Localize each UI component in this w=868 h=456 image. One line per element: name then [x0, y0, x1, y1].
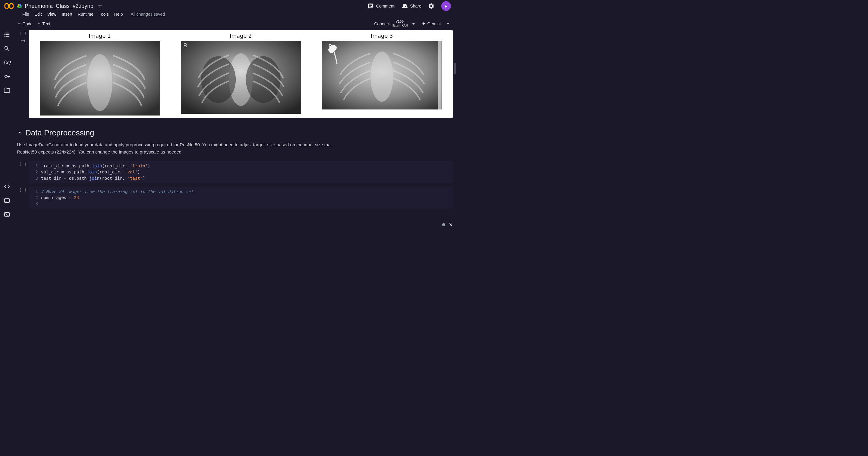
xray-image-1 — [40, 41, 160, 115]
svg-point-5 — [405, 4, 407, 6]
svg-point-6 — [5, 75, 7, 77]
connect-label: Connect — [374, 21, 390, 26]
gemini-label: Gemini — [427, 21, 441, 26]
code-cell-1[interactable]: [ ] 1train_dir = os.path.join(root_dir, … — [17, 161, 453, 183]
menu-tools[interactable]: Tools — [99, 12, 109, 17]
exec-indicator[interactable]: [ ] — [19, 188, 27, 192]
section-body: Use ImageDataGenerator to load your data… — [17, 141, 339, 155]
gemini-button[interactable]: ✦ Gemini — [422, 21, 441, 27]
menu-file[interactable]: File — [22, 12, 29, 17]
star-icon[interactable]: ☆ — [98, 3, 102, 9]
svg-point-4 — [403, 4, 405, 6]
code-editor[interactable]: 1train_dir = os.path.join(root_dir, 'tra… — [29, 161, 453, 183]
menu-insert[interactable]: Insert — [62, 12, 72, 17]
variables-icon[interactable]: {x} — [4, 59, 10, 66]
connect-button[interactable]: Connect V100 High-RAM — [374, 20, 417, 27]
drive-icon — [17, 3, 22, 9]
save-status[interactable]: All changes saved — [130, 12, 165, 17]
menu-runtime[interactable]: Runtime — [78, 12, 93, 17]
comment-button[interactable]: Comment — [365, 2, 397, 10]
xray-image-3: R — [322, 41, 442, 110]
svg-text:R: R — [184, 42, 187, 49]
close-icon[interactable]: ✕ — [449, 222, 453, 228]
section-heading-text: Data Preprocessing — [25, 128, 94, 138]
output-image-1: Image 1 — [31, 31, 169, 115]
image-caption-2: Image 2 — [230, 31, 252, 40]
text-cell[interactable]: Data Preprocessing Use ImageDataGenerato… — [17, 120, 453, 155]
terminal-icon[interactable] — [4, 211, 10, 218]
comment-icon — [368, 3, 374, 9]
notebook-area[interactable]: [ ] Image 1 — [14, 29, 456, 221]
share-label: Share — [410, 4, 421, 8]
share-icon — [402, 3, 408, 9]
svg-rect-19 — [438, 41, 441, 110]
matplotlib-output: Image 1 Image 2 — [29, 30, 453, 118]
gear-icon[interactable] — [428, 3, 435, 9]
files-icon[interactable] — [4, 87, 10, 93]
avatar[interactable]: F — [441, 1, 451, 11]
add-text-label: Text — [42, 21, 50, 26]
connect-dropdown-icon[interactable] — [412, 23, 415, 25]
collapse-toolbar-icon[interactable] — [445, 21, 451, 27]
scrollbar-thumb[interactable] — [454, 63, 456, 74]
svg-rect-7 — [4, 199, 10, 203]
search-icon[interactable] — [4, 45, 10, 52]
colab-logo — [4, 2, 14, 10]
output-image-3: Image 3 R — [313, 31, 451, 115]
share-button[interactable]: Share — [399, 2, 424, 10]
image-caption-1: Image 1 — [89, 31, 111, 40]
output-cell: [ ] Image 1 — [17, 30, 453, 118]
svg-rect-8 — [4, 212, 10, 217]
exec-indicator[interactable]: [ ] — [19, 162, 27, 167]
add-text-button[interactable]: +Text — [35, 21, 53, 27]
runtime-type: V100 High-RAM — [392, 20, 408, 27]
status-dot-icon[interactable] — [442, 223, 445, 226]
sparkle-icon: ✦ — [422, 21, 426, 27]
xray-image-2: R — [181, 41, 301, 114]
comment-label: Comment — [376, 4, 395, 8]
command-palette-icon[interactable] — [4, 197, 10, 204]
add-code-label: Code — [23, 21, 33, 26]
svg-point-10 — [87, 54, 112, 111]
code-cell-2[interactable]: [ ] 1# Move 24 images from the training … — [17, 187, 453, 209]
menubar: File Edit View Insert Runtime Tools Help… — [0, 10, 456, 19]
code-snippets-icon[interactable] — [4, 183, 10, 190]
chevron-down-icon[interactable] — [17, 128, 22, 138]
secrets-icon[interactable] — [4, 73, 10, 80]
status-bar: ✕ — [0, 221, 456, 228]
menu-help[interactable]: Help — [114, 12, 123, 17]
svg-point-18 — [370, 52, 393, 102]
image-caption-3: Image 3 — [371, 31, 393, 40]
exec-indicator[interactable]: [ ] — [19, 31, 27, 36]
toc-icon[interactable] — [4, 31, 10, 38]
menu-view[interactable]: View — [47, 12, 56, 17]
code-editor[interactable]: 1# Move 24 images from the training set … — [29, 187, 453, 209]
left-rail: {x} — [0, 29, 14, 221]
output-image-2: Image 2 R — [172, 31, 310, 115]
move-cell-icon[interactable] — [20, 38, 26, 44]
toolbar: +Code +Text Connect V100 High-RAM ✦ Gemi… — [0, 19, 456, 29]
notebook-title[interactable]: Pneumonia_Class_v2.ipynb — [25, 3, 93, 9]
add-code-button[interactable]: +Code — [15, 21, 35, 27]
header-bar: Pneumonia_Class_v2.ipynb ☆ Comment Share… — [0, 0, 456, 10]
menu-edit[interactable]: Edit — [35, 12, 42, 17]
section-heading[interactable]: Data Preprocessing — [17, 128, 453, 138]
